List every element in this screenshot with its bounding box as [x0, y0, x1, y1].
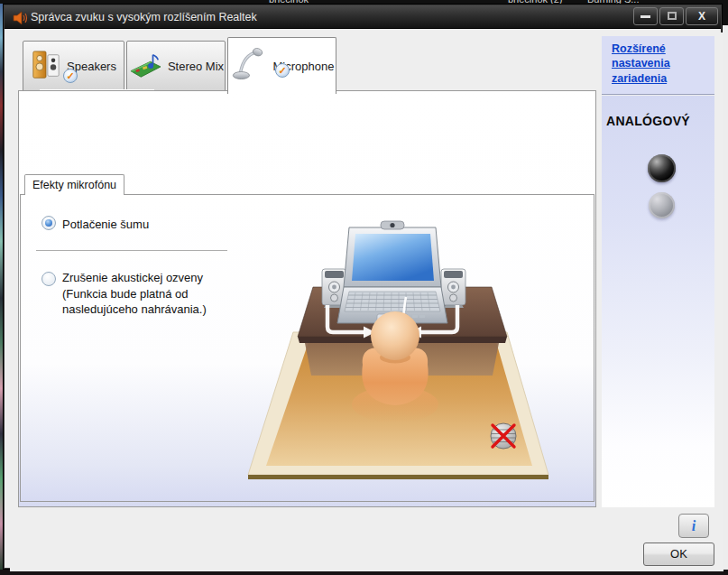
minimize-icon [640, 15, 650, 18]
info-button[interactable]: i [678, 514, 709, 538]
titlebar[interactable]: Správca zvuku s vysokým rozlíšením Realt… [5, 5, 721, 29]
tab-label: Stereo Mix [168, 60, 224, 73]
device-check-badge: ✓ [63, 69, 78, 83]
close-icon: X [698, 10, 705, 23]
tab-speakers[interactable]: ✓ Speakers [23, 41, 124, 91]
subtab-label: Efekty mikrofónu [32, 179, 116, 191]
device-check-badge: ✓ [275, 63, 290, 78]
mic-jack-connector-icon[interactable] [648, 154, 676, 182]
ok-button[interactable]: OK [643, 543, 714, 566]
radio-acoustic-echo-cancellation-label[interactable]: Zrušenie akustickej ozveny (Funkcia bude… [62, 270, 244, 318]
maximize-icon [668, 12, 677, 20]
minimize-button[interactable] [633, 7, 658, 25]
advanced-device-settings-link[interactable]: Rozšírené nastavenia zariadenia [612, 42, 700, 86]
ok-label: OK [670, 547, 687, 561]
radio-noise-suppression[interactable] [41, 216, 56, 230]
tab-microphone[interactable]: ✓ Microphone [227, 37, 336, 94]
radio-selected-dot [45, 219, 52, 227]
radio-acoustic-echo-cancellation[interactable] [41, 272, 56, 286]
tab-microphone-effects[interactable]: Efekty mikrofónu [24, 174, 124, 195]
window-title: Správca zvuku s vysokým rozlíšením Realt… [31, 11, 257, 23]
microphone-icon [230, 46, 268, 86]
speaker-icon [13, 11, 28, 25]
microphone-environment-illustration [226, 213, 590, 480]
options-divider [36, 250, 227, 251]
analog-section-label: ANALÓGOVÝ [606, 114, 690, 128]
advanced-settings-box: Rozšírené nastavenia zariadenia [602, 36, 714, 95]
speakers-icon [31, 47, 61, 85]
tab-stereo-mix[interactable]: Stereo Mix [126, 41, 226, 91]
maximize-button[interactable] [659, 7, 684, 25]
radio-noise-suppression-label[interactable]: Potlačenie šumu [62, 217, 149, 233]
info-icon: i [692, 518, 696, 533]
stereo-mix-icon [128, 51, 162, 81]
close-button[interactable]: X [686, 7, 718, 25]
line-jack-connector-icon[interactable] [649, 192, 675, 218]
